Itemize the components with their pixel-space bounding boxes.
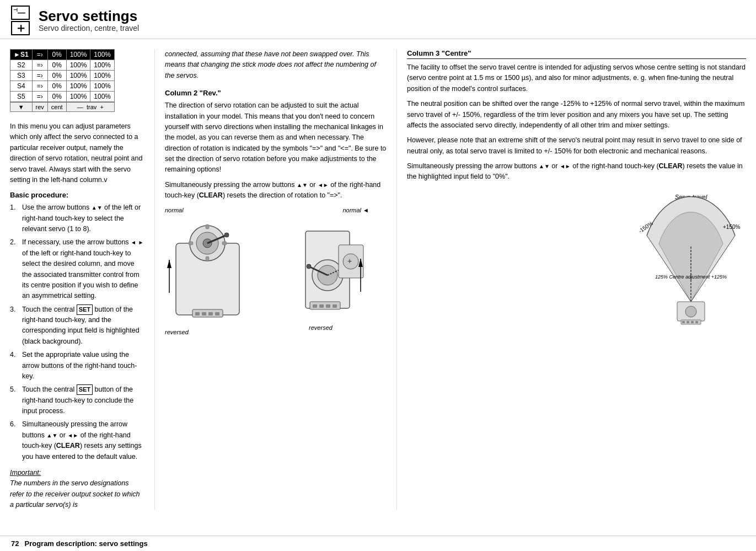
table-row: S5 =› 0% 100% 100% <box>10 92 115 103</box>
list-item: 6. Simultaneously pressing the arrow but… <box>10 419 144 462</box>
important-section: Important: The numbers in the servo desi… <box>10 468 144 511</box>
left-column: ►S1 =› 0% 100% 100% S2 =› 0% 100% 100% <box>0 49 154 510</box>
right-normal-label: normal ◄ <box>272 207 369 213</box>
rev-symbol: =› <box>32 92 47 103</box>
servo-diagrams: normal <box>165 207 387 335</box>
trav-right: 100% <box>90 50 115 60</box>
svg-rect-11 <box>195 312 200 315</box>
col2-heading: Column 2 "Rev." <box>165 89 387 97</box>
svg-rect-12 <box>202 312 206 315</box>
svg-text:125% Centre adjustment +125%: 125% Centre adjustment +125% <box>655 274 727 280</box>
svg-rect-7 <box>222 242 227 245</box>
svg-rect-28 <box>333 304 337 308</box>
svg-rect-26 <box>319 304 324 308</box>
important-text: The numbers in the servo designations re… <box>10 479 140 509</box>
svg-point-9 <box>224 233 229 237</box>
servo-svg-left <box>165 216 250 326</box>
list-item: 4. Set the appropriate value using the a… <box>10 350 144 382</box>
trav-right: 100% <box>90 71 115 81</box>
trav-right: 100% <box>90 60 115 71</box>
or-text2: or <box>551 162 557 170</box>
list-item: 2. If necessary, use the arrow buttons o… <box>10 237 144 301</box>
svg-rect-25 <box>313 304 317 308</box>
page-subtitle: Servo direction, centre, travel <box>39 24 139 33</box>
servo-icon: ⊣ — <box>11 6 30 20</box>
important-label: Important: <box>10 469 41 477</box>
svg-rect-47 <box>695 321 698 323</box>
svg-rect-6 <box>189 242 193 245</box>
trav-left: 100% <box>66 81 90 92</box>
trav-right: 100% <box>90 92 115 103</box>
table-row: ►S1 =› 0% 100% 100% <box>10 50 115 60</box>
svg-text:+150%: +150% <box>723 224 741 230</box>
trav-left: 100% <box>66 71 90 81</box>
page-number: 72 <box>11 539 19 548</box>
svg-rect-44 <box>682 321 685 323</box>
svg-rect-13 <box>208 312 213 315</box>
table-row: S4 =› 0% 100% 100% <box>10 81 115 92</box>
servo-table: ►S1 =› 0% 100% 100% S2 =› 0% 100% 100% <box>10 49 115 112</box>
servo-table-wrap: ►S1 =› 0% 100% 100% S2 =› 0% 100% 100% <box>10 49 115 112</box>
svg-marker-16 <box>167 260 171 268</box>
right-servo-diagram: normal ◄ <box>272 207 369 331</box>
cent-val: 0% <box>47 60 66 71</box>
svg-point-42 <box>685 306 696 317</box>
trav-right: 100% <box>90 81 115 92</box>
col3-text3: However, please note that an extreme shi… <box>407 135 746 157</box>
trav-left: 100% <box>66 50 90 60</box>
footer-rev: rev <box>32 102 47 112</box>
left-normal-label: normal <box>165 207 250 213</box>
table-footer-row: ▼ rev cent — trav + <box>10 102 115 112</box>
header-icon-row-bottom: ✕ <box>11 21 30 35</box>
rev-symbol: =› <box>32 81 47 92</box>
left-servo-diagram: normal <box>165 207 250 335</box>
svg-rect-14 <box>215 312 219 315</box>
rev-symbol: =› <box>32 60 47 71</box>
col2-text1: The direction of servo rotation can be a… <box>165 100 387 201</box>
rev-symbol: =› <box>32 50 47 60</box>
cent-val: 0% <box>47 71 66 81</box>
svg-rect-4 <box>206 224 209 229</box>
footer-cent: cent <box>47 102 66 112</box>
cent-val: 0% <box>47 50 66 60</box>
svg-rect-5 <box>206 256 209 261</box>
right-reversed-label: reversed <box>272 324 369 331</box>
footer-title: Program description: servo settings <box>24 539 147 548</box>
steps-list: 1. Use the arrow buttons of the left or … <box>10 202 144 462</box>
travel-diagram-svg: Servo travel -150% +150% 125 <box>636 191 746 335</box>
list-item: 3. Touch the central SET button of the r… <box>10 304 144 347</box>
col3-text1: The facility to offset the servo travel … <box>407 62 746 94</box>
col3-heading: Column 3 "Centre" <box>407 49 746 59</box>
mid-italic-intro: connected, assuming that these have not … <box>165 49 387 81</box>
right-column: Column 3 "Centre" The facility to offset… <box>397 49 756 510</box>
footer-arrow: ▼ <box>10 102 33 112</box>
cent-val: 0% <box>47 92 66 103</box>
col3-text2: The neutral position can be shifted over… <box>407 99 746 131</box>
direction-icon: ✕ <box>11 21 30 35</box>
left-intro-text: In this menu you can adjust parameters w… <box>10 121 144 185</box>
svg-rect-45 <box>687 321 689 323</box>
header-icons: ⊣ — ✕ <box>11 6 30 35</box>
servo-label: S5 <box>10 92 33 103</box>
servo-svg-right: + <box>272 215 369 325</box>
cent-val: 0% <box>47 81 66 92</box>
travel-diagram-wrap: Servo travel -150% +150% 125 <box>407 191 746 335</box>
left-reversed-label: reversed <box>165 329 250 335</box>
page-title: Servo settings <box>39 8 139 24</box>
basic-procedure-heading: Basic procedure: <box>10 191 144 199</box>
svg-rect-27 <box>326 304 330 308</box>
svg-point-21 <box>307 264 311 269</box>
svg-text:+: + <box>347 256 352 265</box>
servo-label: S3 <box>10 71 33 81</box>
main-content: ►S1 =› 0% 100% 100% S2 =› 0% 100% 100% <box>0 39 756 510</box>
table-row: S2 =› 0% 100% 100% <box>10 60 115 71</box>
footer-trav: — trav + <box>66 102 114 112</box>
list-item: 1. Use the arrow buttons of the left or … <box>10 202 144 234</box>
list-item: 5. Touch the central SET button of the r… <box>10 384 144 416</box>
col3-text4: Simultaneously pressing the arrow button… <box>407 161 746 183</box>
servo-label: S2 <box>10 60 33 71</box>
servo-label: S4 <box>10 81 33 92</box>
col3-texts: The facility to offset the servo travel … <box>407 62 746 183</box>
table-row: S3 =› 0% 100% 100% <box>10 71 115 81</box>
title-block: Servo settings Servo direction, centre, … <box>39 8 139 33</box>
